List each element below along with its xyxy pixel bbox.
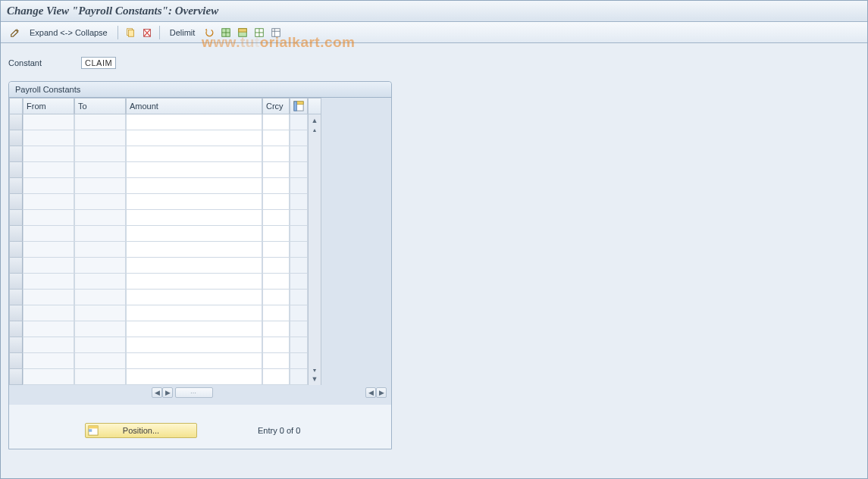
col-header-crcy[interactable]: Crcy bbox=[262, 98, 290, 114]
cell-amount[interactable] bbox=[126, 321, 262, 337]
cell-crcy[interactable] bbox=[262, 290, 290, 305]
cell-from[interactable] bbox=[23, 226, 74, 242]
cell-amount[interactable] bbox=[126, 162, 262, 178]
scroll-up-small-icon[interactable]: ▲ bbox=[310, 125, 319, 134]
cell-crcy[interactable] bbox=[262, 258, 290, 274]
cell-to[interactable] bbox=[74, 337, 126, 353]
horizontal-scrollbar-right[interactable]: ◀ ▶ bbox=[365, 387, 387, 398]
row-selector[interactable] bbox=[9, 258, 23, 274]
hscroll2-right-icon[interactable]: ▶ bbox=[376, 387, 387, 398]
cell-from[interactable] bbox=[23, 274, 74, 290]
cell-crcy[interactable] bbox=[262, 321, 290, 337]
cell-crcy[interactable] bbox=[262, 242, 290, 258]
cell-amount[interactable] bbox=[126, 226, 262, 242]
constant-value[interactable]: CLAIM bbox=[81, 57, 116, 69]
row-selector[interactable] bbox=[9, 290, 23, 305]
select-all-icon[interactable] bbox=[219, 25, 233, 40]
horizontal-scrollbar-left[interactable]: ◀ ▶ ⋯ bbox=[152, 387, 215, 398]
cell-from[interactable] bbox=[23, 194, 74, 210]
cell-crcy[interactable] bbox=[262, 162, 290, 178]
cell-to[interactable] bbox=[74, 178, 126, 194]
cell-to[interactable] bbox=[74, 226, 126, 242]
hscroll-right-icon[interactable]: ▶ bbox=[162, 387, 173, 398]
vertical-scrollbar[interactable]: ▲ ▲ ▼ ▼ bbox=[308, 114, 321, 385]
cell-amount[interactable] bbox=[126, 369, 262, 385]
position-button[interactable]: Position... bbox=[85, 423, 197, 438]
cell-amount[interactable] bbox=[126, 274, 262, 290]
cell-to[interactable] bbox=[74, 194, 126, 210]
cell-from[interactable] bbox=[23, 130, 74, 146]
cell-amount[interactable] bbox=[126, 178, 262, 194]
cell-crcy[interactable] bbox=[262, 226, 290, 242]
row-selector[interactable] bbox=[9, 194, 23, 210]
cell-to[interactable] bbox=[74, 290, 126, 305]
row-selector[interactable] bbox=[9, 146, 23, 162]
cell-from[interactable] bbox=[23, 337, 74, 353]
table-config-icon[interactable] bbox=[290, 98, 308, 114]
row-selector[interactable] bbox=[9, 321, 23, 337]
cell-crcy[interactable] bbox=[262, 114, 290, 130]
cell-from[interactable] bbox=[23, 321, 74, 337]
row-selector[interactable] bbox=[9, 274, 23, 290]
cell-crcy[interactable] bbox=[262, 194, 290, 210]
cell-from[interactable] bbox=[23, 178, 74, 194]
cell-amount[interactable] bbox=[126, 337, 262, 353]
select-block-icon[interactable] bbox=[236, 25, 249, 40]
cell-from[interactable] bbox=[23, 305, 74, 321]
row-selector[interactable] bbox=[9, 178, 23, 194]
delimit-button[interactable]: Delimit bbox=[165, 25, 200, 40]
cell-from[interactable] bbox=[23, 146, 74, 162]
cell-to[interactable] bbox=[74, 369, 126, 385]
cell-crcy[interactable] bbox=[262, 337, 290, 353]
cell-crcy[interactable] bbox=[262, 210, 290, 226]
row-selector[interactable] bbox=[9, 353, 23, 369]
cell-to[interactable] bbox=[74, 146, 126, 162]
cell-to[interactable] bbox=[74, 114, 126, 130]
row-selector[interactable] bbox=[9, 305, 23, 321]
cell-to[interactable] bbox=[74, 353, 126, 369]
hscroll2-left-icon[interactable]: ◀ bbox=[365, 387, 376, 398]
scroll-up-icon[interactable]: ▲ bbox=[310, 116, 319, 125]
undo-icon[interactable] bbox=[202, 25, 216, 40]
cell-amount[interactable] bbox=[126, 210, 262, 226]
table-settings-icon[interactable] bbox=[269, 25, 283, 40]
scroll-down-icon[interactable]: ▼ bbox=[310, 374, 319, 384]
col-header-amount[interactable]: Amount bbox=[126, 98, 262, 114]
cell-from[interactable] bbox=[23, 242, 74, 258]
cell-amount[interactable] bbox=[126, 130, 262, 146]
cell-to[interactable] bbox=[74, 274, 126, 290]
cell-amount[interactable] bbox=[126, 242, 262, 258]
row-selector[interactable] bbox=[9, 369, 23, 385]
cell-to[interactable] bbox=[74, 130, 126, 146]
cell-from[interactable] bbox=[23, 114, 74, 130]
cell-from[interactable] bbox=[23, 162, 74, 178]
cell-amount[interactable] bbox=[126, 353, 262, 369]
cell-crcy[interactable] bbox=[262, 274, 290, 290]
cell-amount[interactable] bbox=[126, 305, 262, 321]
cell-from[interactable] bbox=[23, 258, 74, 274]
row-selector[interactable] bbox=[9, 242, 23, 258]
deselect-all-icon[interactable] bbox=[252, 25, 266, 40]
row-selector[interactable] bbox=[9, 337, 23, 353]
cell-crcy[interactable] bbox=[262, 353, 290, 369]
cell-crcy[interactable] bbox=[262, 178, 290, 194]
col-header-to[interactable]: To bbox=[74, 98, 126, 114]
cell-crcy[interactable] bbox=[262, 146, 290, 162]
cell-to[interactable] bbox=[74, 258, 126, 274]
cell-crcy[interactable] bbox=[262, 130, 290, 146]
cell-to[interactable] bbox=[74, 242, 126, 258]
cell-amount[interactable] bbox=[126, 114, 262, 130]
row-selector[interactable] bbox=[9, 130, 23, 146]
copy-icon[interactable] bbox=[124, 25, 137, 40]
hscroll-thumb[interactable]: ⋯ bbox=[175, 387, 213, 398]
hscroll-left-icon[interactable]: ◀ bbox=[152, 387, 162, 398]
cell-from[interactable] bbox=[23, 353, 74, 369]
cell-to[interactable] bbox=[74, 305, 126, 321]
cell-crcy[interactable] bbox=[262, 369, 290, 385]
expand-collapse-button[interactable]: Expand <-> Collapse bbox=[25, 25, 112, 40]
toggle-edit-icon[interactable] bbox=[8, 25, 22, 40]
cell-from[interactable] bbox=[23, 290, 74, 305]
row-selector[interactable] bbox=[9, 210, 23, 226]
cell-from[interactable] bbox=[23, 369, 74, 385]
cell-crcy[interactable] bbox=[262, 305, 290, 321]
